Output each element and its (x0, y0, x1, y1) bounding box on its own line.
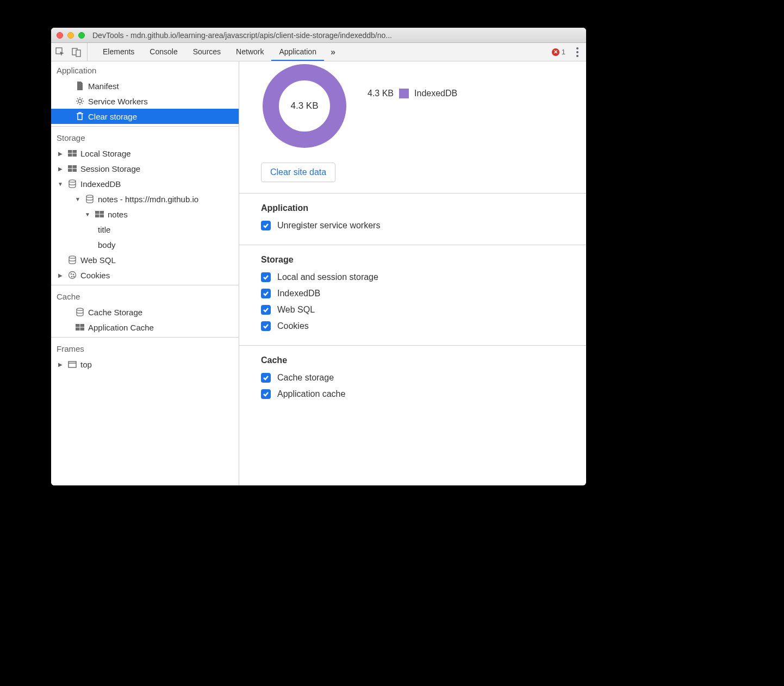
minimize-window-icon[interactable] (67, 32, 74, 39)
section-title: Storage (261, 255, 586, 265)
section-title: Application (261, 203, 586, 213)
chevron-right-icon: ▶ (58, 272, 63, 278)
svg-rect-10 (68, 169, 72, 172)
sidebar-item-label: Service Workers (88, 97, 148, 106)
sidebar-item-local-storage[interactable]: ▶ Local Storage (51, 146, 239, 161)
sidebar-group-application: Application (51, 61, 239, 78)
check-label: Cache storage (277, 373, 334, 383)
chevron-right-icon: ▶ (58, 361, 63, 367)
frame-icon (67, 359, 77, 369)
chevron-down-icon: ▼ (85, 211, 90, 217)
window-title: DevTools - mdn.github.io/learning-area/j… (92, 31, 581, 40)
section-application: Application Unregister service workers (239, 193, 586, 245)
svg-rect-11 (73, 169, 77, 172)
sidebar-item-indexeddb[interactable]: ▼ IndexedDB (51, 176, 239, 191)
database-icon (67, 255, 77, 265)
svg-rect-26 (80, 324, 84, 327)
close-window-icon[interactable] (57, 32, 63, 39)
devtools-window: DevTools - mdn.github.io/learning-area/j… (51, 28, 586, 485)
clear-button-row: Clear site data (239, 163, 586, 193)
check-label: IndexedDB (277, 289, 320, 298)
sidebar-item-frame-top[interactable]: ▶ top (51, 357, 239, 372)
svg-point-20 (71, 273, 72, 275)
sidebar-item-label: body (98, 240, 116, 250)
error-count-badge[interactable]: ✕ 1 (552, 48, 565, 56)
tab-elements[interactable]: Elements (95, 43, 142, 61)
svg-rect-17 (100, 215, 104, 217)
check-indexeddb[interactable]: IndexedDB (261, 289, 586, 298)
sidebar-item-cookies[interactable]: ▶ Cookies (51, 267, 239, 283)
svg-point-3 (78, 99, 82, 103)
sidebar-item-db-notes[interactable]: ▼ notes - https://mdn.github.io (51, 191, 239, 207)
error-count: 1 (562, 48, 565, 56)
check-cookies[interactable]: Cookies (261, 321, 586, 331)
sidebar-item-session-storage[interactable]: ▶ Session Storage (51, 161, 239, 176)
sidebar-group-frames: Frames (51, 340, 239, 357)
tab-application[interactable]: Application (271, 43, 324, 61)
tabs-overflow-icon[interactable]: » (324, 43, 342, 61)
sidebar-item-web-sql[interactable]: Web SQL (51, 252, 239, 267)
sidebar-item-field-title[interactable]: title (51, 222, 239, 237)
legend-label: IndexedDB (414, 89, 457, 98)
sidebar-item-label: top (80, 360, 92, 369)
sidebar-item-clear-storage[interactable]: Clear storage (51, 109, 239, 124)
svg-point-21 (73, 274, 74, 275)
table-icon (75, 322, 85, 332)
svg-rect-28 (80, 328, 84, 330)
legend-value: 4.3 KB (368, 89, 394, 98)
device-toolbar-icon[interactable] (72, 47, 82, 57)
check-label: Unregister service workers (277, 221, 380, 230)
clear-site-data-button[interactable]: Clear site data (261, 163, 335, 182)
checkbox-checked-icon (261, 321, 271, 331)
storage-legend: 4.3 KB IndexedDB (368, 89, 457, 98)
tab-console[interactable]: Console (142, 43, 185, 61)
svg-point-24 (77, 308, 83, 310)
sidebar-item-store-notes[interactable]: ▼ notes (51, 207, 239, 222)
database-icon (85, 194, 95, 204)
application-sidebar: Application Manifest Service Workers Cle… (51, 61, 239, 485)
sidebar-item-field-body[interactable]: body (51, 237, 239, 252)
sidebar-item-cache-storage[interactable]: Cache Storage (51, 304, 239, 320)
zoom-window-icon[interactable] (78, 32, 85, 39)
svg-rect-25 (76, 324, 79, 327)
check-web-sql[interactable]: Web SQL (261, 305, 586, 315)
sidebar-item-service-workers[interactable]: Service Workers (51, 93, 239, 109)
checkbox-checked-icon (261, 221, 271, 230)
table-icon (95, 209, 104, 219)
inspect-element-icon[interactable] (55, 47, 65, 57)
legend-swatch-icon (399, 89, 409, 98)
checkbox-checked-icon (261, 272, 271, 282)
svg-rect-4 (68, 150, 72, 153)
sidebar-item-label: Application Cache (88, 323, 154, 332)
check-label: Local and session storage (277, 272, 378, 282)
chevron-down-icon: ▼ (75, 196, 80, 202)
checkbox-checked-icon (261, 305, 271, 315)
sidebar-item-label: notes - https://mdn.github.io (98, 195, 198, 204)
sidebar-item-label: Session Storage (80, 164, 140, 173)
sidebar-item-label: IndexedDB (80, 179, 121, 189)
table-icon (67, 164, 77, 173)
database-icon (67, 179, 77, 189)
check-cache-storage[interactable]: Cache storage (261, 373, 586, 383)
main-panel: 4.3 KB 4.3 KB IndexedDB Clear site data … (239, 61, 586, 485)
settings-menu-icon[interactable] (573, 47, 582, 57)
sidebar-item-label: notes (108, 210, 128, 219)
svg-point-13 (86, 195, 93, 197)
check-label: Cookies (277, 321, 309, 331)
svg-rect-29 (69, 361, 76, 367)
sidebar-item-application-cache[interactable]: Application Cache (51, 320, 239, 335)
sidebar-item-manifest[interactable]: Manifest (51, 78, 239, 93)
svg-point-19 (69, 272, 76, 279)
storage-chart-row: 4.3 KB 4.3 KB IndexedDB (239, 61, 586, 163)
svg-rect-5 (73, 150, 77, 153)
tab-sources[interactable]: Sources (185, 43, 228, 61)
check-local-session-storage[interactable]: Local and session storage (261, 272, 586, 282)
check-application-cache[interactable]: Application cache (261, 389, 586, 399)
check-label: Web SQL (277, 305, 315, 315)
check-unregister-service-workers[interactable]: Unregister service workers (261, 221, 586, 230)
titlebar[interactable]: DevTools - mdn.github.io/learning-area/j… (51, 28, 586, 43)
cookie-icon (67, 270, 77, 280)
trash-icon (75, 111, 85, 121)
section-storage: Storage Local and session storage Indexe… (239, 245, 586, 345)
tab-network[interactable]: Network (228, 43, 271, 61)
